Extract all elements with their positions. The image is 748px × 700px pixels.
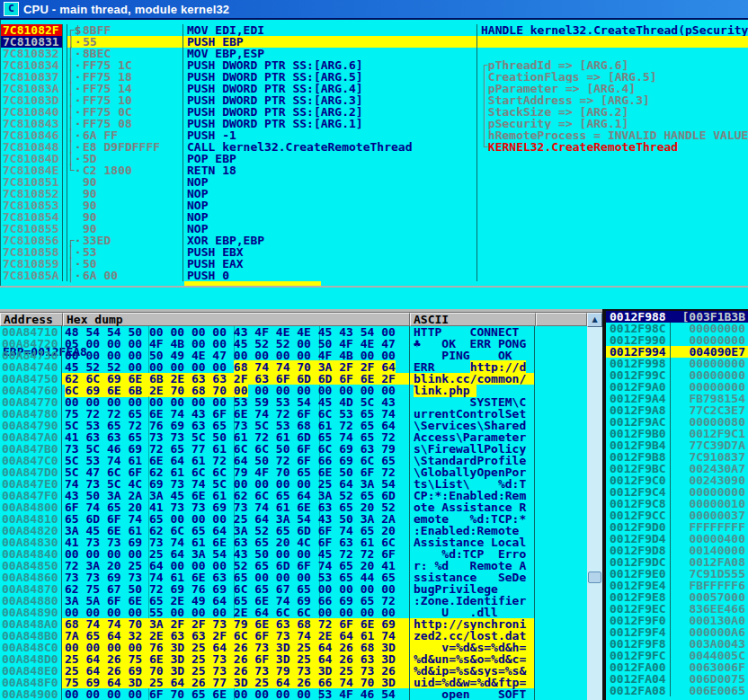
disasm-row[interactable]: 7C81082F┌$8BFFMOV EDI,EDIHANDLE kernel32… — [1, 24, 748, 36]
disasm-row[interactable]: 7C81085390NOP — [1, 199, 748, 211]
disasm-comment — [476, 235, 748, 246]
comment-bracket: ┌ — [481, 59, 488, 71]
dump-extra-column — [535, 677, 587, 688]
disasm-bytes: │·6A 00 — [67, 270, 183, 281]
disasm-comment — [476, 176, 748, 188]
disasm-comment: │StackSize => [ARG.2] — [476, 106, 748, 118]
disasm-comment — [476, 188, 748, 199]
disasm-instruction: NOP — [183, 188, 476, 199]
disasm-comment — [476, 258, 748, 270]
dump-extra-column — [535, 501, 587, 513]
disasm-comment — [476, 153, 748, 164]
disasm-instruction: PUSH 0 — [183, 270, 476, 281]
dump-extra-column — [535, 478, 587, 490]
disasm-row[interactable]: 7C810848│·E8 D9FDFFFFCALL kernel32.Creat… — [1, 141, 748, 153]
dump-extra-column — [535, 595, 587, 607]
disasm-row[interactable]: 7C81085A│·6A 00PUSH 0 — [1, 270, 748, 281]
disasm-row[interactable]: 7C810856┌·33EDXOR EBP,EBP — [1, 235, 748, 246]
stack-value: 006E0065 — [671, 685, 748, 696]
comment-text: pParameter => [ARG.4] — [488, 83, 636, 94]
dump-extra-column — [535, 665, 587, 677]
disassembly-pane[interactable]: 7C81082F┌$8BFFMOV EDI,EDIHANDLE kernel32… — [0, 20, 748, 286]
disasm-row[interactable]: 7C810858│·53PUSH EBX — [1, 246, 748, 258]
disasm-comment — [476, 36, 748, 48]
dump-extra-column — [535, 536, 587, 548]
disasm-comment: │hRemoteProcess = INVALID_HANDLE_VALUE — [476, 129, 748, 141]
disasm-comment — [476, 270, 748, 281]
disasm-comment: ┌pThreadId => [ARG.6] — [476, 59, 748, 71]
comment-bracket: │ — [481, 106, 488, 118]
dump-extra-column — [535, 455, 587, 466]
dump-extra-column — [535, 396, 587, 408]
disasm-row[interactable]: 7C81085290NOP — [1, 188, 748, 199]
dump-extra-column — [535, 548, 587, 560]
disasm-instruction: NOP — [183, 176, 476, 188]
comment-bracket: │ — [481, 83, 488, 94]
dump-header-hex: Hex dump — [63, 313, 410, 326]
bottom-panes: Address Hex dump ASCII 00A8471048 54 54 … — [0, 309, 748, 700]
comment-text: HANDLE kernel32.CreateThread(pSecurity — [481, 24, 748, 36]
dump-extra-column — [535, 490, 587, 501]
disasm-row[interactable]: 7C81085590NOP — [1, 223, 748, 235]
dump-extra-column — [535, 326, 587, 338]
dump-extra-column — [535, 688, 587, 700]
stack-pane[interactable]: 0012F988[003F1B3B0012F98C000000000012F99… — [602, 309, 748, 700]
dump-extra-column — [535, 513, 587, 525]
comment-text: pThreadId => [ARG.6] — [488, 59, 629, 71]
dump-row[interactable]: 00A8490000 00 00 00 6F 70 65 6E 00 00 00… — [0, 688, 587, 700]
disasm-row[interactable]: 7C81085490NOP — [1, 211, 748, 223]
dump-rows: 00A8471048 54 54 50 00 00 00 00 43 4F 4E… — [0, 326, 587, 700]
disasm-instruction: NOP — [183, 199, 476, 211]
disasm-row[interactable]: 7C81084E└·C2 1800RETN 18 — [1, 164, 748, 176]
dump-ascii: open SOFT — [409, 688, 535, 700]
ollydbg-cpu-window: { "window": { "title": "CPU - main threa… — [0, 0, 748, 700]
scrollbar-thumb[interactable] — [588, 572, 601, 583]
dump-extra-column — [535, 642, 587, 653]
dump-header: Address Hex dump ASCII — [0, 313, 602, 326]
disasm-comment: │CreationFlags => [ARG.5] — [476, 71, 748, 83]
disasm-comment — [476, 211, 748, 223]
dump-hex: 00 00 00 00 6F 70 65 6E 00 00 00 00 53 4… — [62, 688, 409, 700]
dump-scrollbar[interactable]: ▲ — [587, 313, 602, 700]
disasm-row[interactable]: 7C810831│·55PUSH EBP — [1, 36, 748, 48]
comment-text: hRemoteProcess = INVALID_HANDLE_VALUE — [488, 129, 748, 141]
dump-extra-column — [535, 385, 587, 396]
disasm-row[interactable]: 7C81085190NOP — [1, 176, 748, 188]
dump-extra-column — [535, 525, 587, 536]
stack-row[interactable]: 0012FA08006E0065 — [606, 685, 748, 696]
dump-extra-column — [535, 653, 587, 665]
disasm-comment: │StartAddress => [ARG.3] — [476, 94, 748, 106]
dump-extra-column — [535, 607, 587, 618]
disasm-address: 7C81085A — [1, 270, 63, 281]
disasm-comment — [476, 199, 748, 211]
dump-extra-column — [535, 350, 587, 361]
dump-extra-column — [535, 361, 587, 373]
dump-extra-column — [535, 560, 587, 572]
disasm-comment: HANDLE kernel32.CreateThread(pSecurity — [476, 24, 748, 36]
stack-rows: 0012F988[003F1B3B0012F98C000000000012F99… — [606, 311, 748, 696]
stack-address: 0012FA08 — [606, 685, 671, 696]
comment-text: StackSize => [ARG.2] — [488, 106, 629, 118]
comment-text: StartAddress => [ARG.3] — [488, 94, 650, 106]
disasm-comment: │pSecurity => [ARG.1] — [476, 118, 748, 129]
disasm-comment — [476, 223, 748, 235]
dump-extra-column — [535, 443, 587, 455]
comment-bracket: │ — [481, 94, 488, 106]
disasm-comment — [476, 164, 748, 176]
hex-dump-pane[interactable]: Address Hex dump ASCII 00A8471048 54 54 … — [0, 309, 602, 700]
dump-extra-column — [535, 630, 587, 642]
dump-extra-column — [535, 408, 587, 420]
disasm-comment — [476, 48, 748, 59]
title-bar[interactable]: C CPU - main thread, module kernel32 — [0, 0, 748, 20]
comment-text: pSecurity => [ARG.1] — [488, 118, 629, 129]
comment-bracket: │ — [481, 118, 488, 129]
disasm-comment: └KERNEL32.CreateRemoteThread — [476, 141, 748, 153]
cpu-window-icon: C — [4, 2, 19, 16]
dump-extra-column — [535, 572, 587, 583]
comment-text: KERNEL32.CreateRemoteThread — [488, 141, 678, 153]
dump-extra-column — [535, 466, 587, 478]
dump-header-address: Address — [0, 313, 63, 326]
scroll-up-button[interactable]: ▲ — [587, 313, 602, 327]
disasm-instruction: NOP — [183, 211, 476, 223]
dump-extra-column — [535, 431, 587, 443]
